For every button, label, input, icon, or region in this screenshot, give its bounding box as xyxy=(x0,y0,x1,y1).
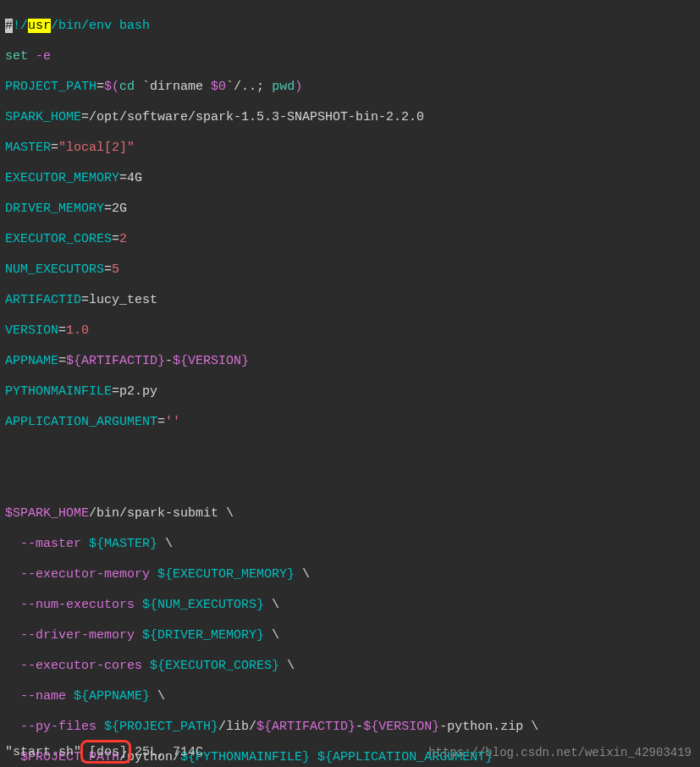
code-line: --num-executors ${NUM_EXECUTORS} \ xyxy=(5,598,695,613)
code-line: --master ${MASTER} \ xyxy=(5,537,695,552)
code-line: ARTIFACTID=lucy_test xyxy=(5,293,695,308)
code-line: PYTHONMAINFILE=p2.py xyxy=(5,384,695,400)
code-line: --name ${APPNAME} \ xyxy=(5,689,695,704)
code-line: MASTER="local[2]" xyxy=(5,141,695,156)
code-line: $SPARK_HOME/bin/spark-submit \ xyxy=(5,506,695,521)
code-line: APPLICATION_ARGUMENT='' xyxy=(5,415,695,430)
watermark: https://blog.csdn.net/weixin_42903419 xyxy=(428,745,692,760)
code-line: APPNAME=${ARTIFACTID}-${VERSION} xyxy=(5,354,695,369)
code-line: --driver-memory ${DRIVER_MEMORY} \ xyxy=(5,628,695,643)
code-line: --py-files ${PROJECT_PATH}/lib/${ARTIFAC… xyxy=(5,720,695,735)
code-line: EXECUTOR_CORES=2 xyxy=(5,232,695,247)
annotation-highlight-box xyxy=(80,740,131,764)
code-line: --executor-cores ${EXECUTOR_CORES} \ xyxy=(5,659,695,674)
code-line: --executor-memory ${EXECUTOR_MEMORY} \ xyxy=(5,567,695,582)
code-line: VERSION=1.0 xyxy=(5,323,695,339)
code-line: PROJECT_PATH=$(cd `dirname $0`/..; pwd) xyxy=(5,80,695,95)
code-line xyxy=(5,476,695,491)
code-line: DRIVER_MEMORY=2G xyxy=(5,201,695,217)
code-line xyxy=(5,445,695,461)
code-line: #!/usr/bin/env bash xyxy=(5,19,695,34)
code-line: set -e xyxy=(5,49,695,64)
code-line: NUM_EXECUTORS=5 xyxy=(5,262,695,278)
code-editor[interactable]: #!/usr/bin/env bash set -e PROJECT_PATH=… xyxy=(0,0,700,767)
code-line: EXECUTOR_MEMORY=4G xyxy=(5,171,695,186)
code-line: SPARK_HOME=/opt/software/spark-1.5.3-SNA… xyxy=(5,110,695,125)
